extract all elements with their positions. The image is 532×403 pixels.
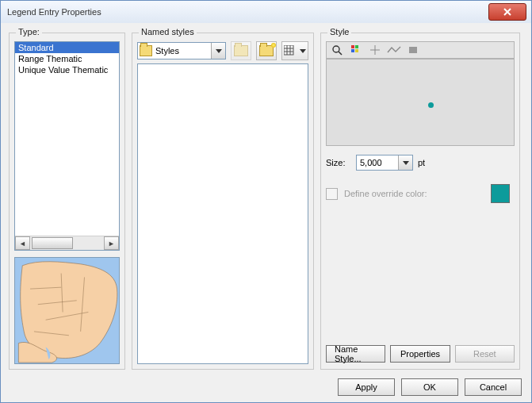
svg-point-6 <box>333 46 339 52</box>
styles-combo-value: Styles <box>155 46 211 56</box>
crosshair-tool-button[interactable] <box>368 43 382 57</box>
named-styles-toolbar: Styles <box>137 41 308 60</box>
scroll-left-arrow-icon[interactable]: ◄ <box>15 236 30 250</box>
name-style-button[interactable]: Name Style... <box>326 345 385 363</box>
type-item-range-thematic[interactable]: Range Thematic <box>15 53 119 64</box>
close-icon <box>503 8 512 16</box>
titlebar: Legend Entry Properties <box>1 1 531 24</box>
svg-rect-9 <box>355 45 358 48</box>
zoom-tool-button[interactable] <box>330 43 344 57</box>
scroll-track[interactable] <box>30 237 104 249</box>
crosshair-icon <box>369 44 381 56</box>
map-preview-image <box>15 258 119 363</box>
client-area: Type: Standard Range Thematic Unique Val… <box>1 23 531 402</box>
named-styles-group: Named styles Styles <box>132 33 314 370</box>
styles-combo[interactable]: Styles <box>137 42 226 59</box>
override-color-swatch[interactable] <box>491 184 510 203</box>
polyline-icon <box>387 44 401 56</box>
window-title: Legend Entry Properties <box>7 7 488 17</box>
svg-rect-11 <box>355 49 358 52</box>
dialog-footer: Apply OK Cancel <box>338 378 522 396</box>
type-group-label: Type: <box>16 27 42 36</box>
folder-open-icon <box>234 45 248 56</box>
type-group: Type: Standard Range Thematic Unique Val… <box>9 33 125 370</box>
type-listbox[interactable]: Standard Range Thematic Unique Value The… <box>14 41 120 251</box>
override-color-row: Define override color: <box>326 184 515 203</box>
map-preview <box>14 257 120 364</box>
type-item-standard[interactable]: Standard <box>15 42 119 53</box>
size-row: Size: 5,000 pt <box>326 154 515 171</box>
style-preview-toolbar <box>326 41 515 59</box>
style-group: Style <box>320 33 520 370</box>
fill-tool-button[interactable] <box>406 43 420 57</box>
open-folder-button <box>231 41 251 60</box>
size-label: Size: <box>326 158 351 167</box>
svg-rect-8 <box>351 45 354 48</box>
square-fill-icon <box>408 44 419 56</box>
new-folder-button[interactable] <box>256 41 277 60</box>
type-item-unique-value-thematic[interactable]: Unique Value Thematic <box>15 64 119 75</box>
palette-tool-button[interactable] <box>349 43 363 57</box>
scroll-thumb[interactable] <box>32 237 73 249</box>
cancel-button[interactable]: Cancel <box>465 378 522 396</box>
folder-new-icon <box>259 45 274 56</box>
ok-button[interactable]: OK <box>401 378 458 396</box>
svg-line-7 <box>339 52 342 55</box>
type-list-hscrollbar[interactable]: ◄ ► <box>15 236 119 250</box>
color-grid-icon <box>350 44 362 56</box>
chevron-down-icon <box>211 43 225 59</box>
view-options-button[interactable] <box>281 41 308 60</box>
svg-rect-1 <box>284 45 293 55</box>
symbol-preview-marker <box>428 102 434 108</box>
dialog-window: Legend Entry Properties Type: Standard R… <box>0 0 532 403</box>
svg-rect-10 <box>351 49 354 52</box>
close-button[interactable] <box>488 3 526 21</box>
reset-button: Reset <box>455 345 515 363</box>
size-value: 5,000 <box>357 158 398 167</box>
scroll-right-arrow-icon[interactable]: ► <box>104 236 119 250</box>
override-color-label: Define override color: <box>344 189 427 198</box>
styles-listview[interactable] <box>137 63 308 364</box>
size-combo[interactable]: 5,000 <box>356 155 413 171</box>
override-color-checkbox[interactable] <box>326 188 338 200</box>
folder-icon <box>140 44 152 57</box>
size-unit: pt <box>418 158 425 167</box>
chevron-down-icon <box>398 155 412 170</box>
style-group-label: Style <box>327 27 351 36</box>
properties-button[interactable]: Properties <box>390 345 450 363</box>
chevron-down-icon <box>300 49 306 53</box>
style-button-row: Name Style... Properties Reset <box>326 345 515 364</box>
line-tool-button[interactable] <box>387 43 401 57</box>
svg-rect-14 <box>409 47 417 53</box>
grid-view-icon <box>284 45 298 56</box>
style-preview-canvas <box>326 59 515 146</box>
magnifier-icon <box>331 44 343 56</box>
named-styles-group-label: Named styles <box>139 27 197 36</box>
apply-button[interactable]: Apply <box>338 378 395 396</box>
